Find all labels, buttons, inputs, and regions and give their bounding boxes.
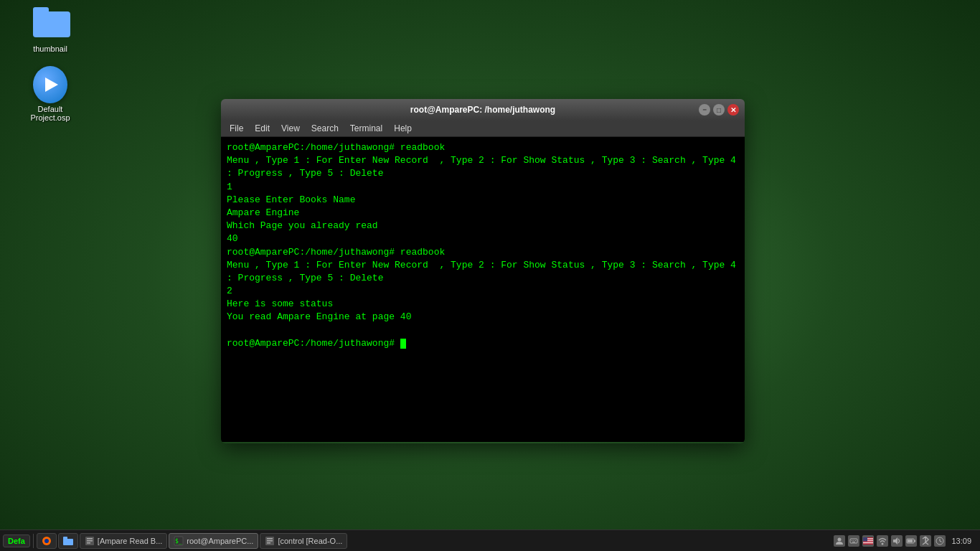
thumbnail-folder-label: thumbnail: [33, 44, 67, 53]
tray-power-icon: [934, 535, 946, 547]
root-terminal-icon: $_: [174, 536, 184, 546]
terminal-cursor: [400, 339, 406, 349]
terminal-line-7: root@AmparePC:/home/juthawong# readbook: [227, 246, 739, 259]
terminal-line-9: 2: [227, 285, 739, 298]
menu-search[interactable]: Search: [306, 122, 344, 135]
desktop: thumbnail Default Project.osp root@Ampar…: [0, 0, 980, 551]
folder-body: [33, 11, 70, 37]
terminal-line-12: [227, 324, 739, 337]
terminal-menubar: File Edit View Search Terminal Help: [221, 121, 745, 137]
svg-rect-25: [863, 541, 873, 542]
svg-line-36: [940, 541, 942, 542]
terminal-line-3: Please Enter Books Name: [227, 194, 739, 207]
taskbar-control-read-label: [control [Read-O...: [278, 537, 342, 545]
default-project-label: Default Project.osp: [22, 105, 79, 122]
menu-edit[interactable]: Edit: [249, 122, 275, 135]
svg-point-29: [882, 542, 884, 545]
terminal-line-0: root@AmparePC:/home/juthawong# readbook: [227, 141, 739, 154]
menu-help[interactable]: Help: [388, 122, 418, 135]
terminal-line-4: Ampare Engine: [227, 207, 739, 220]
svg-rect-7: [87, 542, 90, 544]
tray-battery-icon[interactable]: [905, 535, 917, 547]
svg-rect-32: [914, 540, 915, 542]
svg-rect-28: [863, 537, 867, 541]
taskbar: Defa: [0, 529, 980, 551]
terminal-window: root@AmparePC: /home/juthawong － □ ✕ Fil…: [221, 99, 745, 443]
tray-wifi-icon[interactable]: [877, 535, 888, 547]
play-icon: [33, 66, 67, 103]
terminal-line-8: Menu , Type 1 : For Enter New Record , T…: [227, 259, 739, 285]
tray-user-icon[interactable]: [834, 535, 845, 547]
svg-rect-26: [863, 542, 873, 543]
terminal-line-10: Here is some status: [227, 298, 739, 311]
maximize-button[interactable]: □: [713, 104, 725, 116]
tray-bluetooth-icon[interactable]: [920, 535, 931, 547]
svg-point-14: [838, 537, 842, 541]
window-controls: － □ ✕: [699, 104, 739, 116]
svg-rect-19: [852, 542, 855, 542]
menu-file[interactable]: File: [224, 122, 249, 135]
svg-rect-13: [267, 542, 270, 544]
thumbnail-folder-icon[interactable]: thumbnail: [22, 7, 79, 53]
svg-rect-3: [63, 537, 67, 540]
taskbar-root-terminal[interactable]: $_ root@AmparePC...: [169, 533, 258, 549]
terminal-line-6: 40: [227, 232, 739, 245]
firefox-icon: [42, 536, 52, 546]
close-button[interactable]: ✕: [727, 104, 739, 116]
taskbar-firefox[interactable]: [37, 533, 57, 549]
svg-text:$_: $_: [175, 538, 182, 545]
terminal-line-5: Which Page you already read: [227, 220, 739, 232]
taskbar-separator-1: [33, 534, 34, 548]
taskbar-ampare-read-label: [Ampare Read B...: [98, 537, 163, 545]
terminal-line-13: root@AmparePC:/home/juthawong#: [227, 337, 739, 350]
svg-rect-33: [908, 540, 913, 542]
terminal-line-2: 1: [227, 181, 739, 194]
ampare-read-icon: [85, 536, 95, 546]
tray-language-icon[interactable]: [862, 535, 874, 547]
taskbar-control-read[interactable]: [control [Read-O...: [260, 533, 347, 549]
desktop-icons-container: thumbnail Default Project.osp: [22, 7, 79, 122]
taskbar-files[interactable]: [58, 533, 78, 549]
svg-point-1: [44, 539, 49, 543]
svg-rect-18: [855, 540, 856, 541]
svg-marker-30: [893, 537, 897, 545]
terminal-title: root@AmparePC: /home/juthawong: [410, 105, 555, 115]
svg-rect-2: [63, 539, 73, 545]
taskbar-start-button[interactable]: Defa: [3, 534, 30, 547]
terminal-titlebar: root@AmparePC: /home/juthawong － □ ✕: [221, 99, 745, 121]
default-project-icon[interactable]: Default Project.osp: [22, 67, 79, 122]
svg-rect-16: [852, 540, 852, 541]
control-read-icon: [265, 536, 275, 546]
svg-rect-17: [854, 540, 854, 541]
taskbar-ampare-read[interactable]: [Ampare Read B...: [80, 533, 168, 549]
svg-rect-27: [863, 543, 873, 544]
taskbar-clock: 13:09: [948, 537, 974, 545]
svg-rect-6: [87, 540, 93, 542]
svg-rect-5: [87, 538, 93, 540]
files-icon: [63, 536, 73, 546]
terminal-line-1: Menu , Type 1 : For Enter New Record , T…: [227, 154, 739, 180]
play-triangle: [45, 77, 58, 92]
taskbar-root-terminal-label: root@AmparePC...: [187, 537, 253, 545]
terminal-line-11: You read Ampare Engine at page 40: [227, 311, 739, 324]
terminal-body[interactable]: root@AmparePC:/home/juthawong# readbook …: [221, 137, 745, 442]
taskbar-tray: 13:09: [831, 535, 977, 547]
svg-rect-11: [267, 538, 273, 540]
tray-keyboard-icon[interactable]: [848, 535, 859, 547]
menu-view[interactable]: View: [275, 122, 306, 135]
svg-rect-12: [267, 540, 273, 542]
minimize-button[interactable]: －: [699, 104, 710, 116]
menu-terminal[interactable]: Terminal: [344, 122, 388, 135]
tray-volume-icon[interactable]: [891, 535, 903, 547]
